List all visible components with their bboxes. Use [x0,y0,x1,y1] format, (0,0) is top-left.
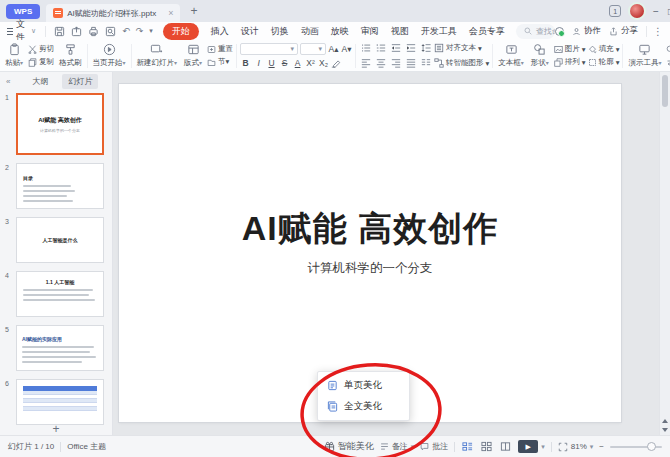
document-tab[interactable]: AI赋能功能介绍样张.pptx × [46,4,180,22]
paste-button[interactable]: 粘贴▾ [3,43,25,68]
slide-subtitle[interactable]: 计算机科学的一个分支 [119,260,621,277]
tab-developer[interactable]: 开发工具 [421,25,457,38]
shapes-button[interactable]: 形状▾ [529,43,551,68]
single-page-beautify-item[interactable]: 单页美化 [318,375,409,396]
outline-button[interactable]: 轮廓▾ [588,57,620,67]
reset-button[interactable]: 重置 [207,44,233,54]
new-tab-button[interactable]: + [190,4,197,18]
workspace-badge[interactable]: 1 [609,5,621,17]
zoom-slider[interactable] [610,446,662,448]
share-button[interactable]: 分享 [609,25,638,37]
numbering-icon[interactable] [374,42,387,54]
tab-outline[interactable]: 大纲 [32,76,48,87]
decrease-indent-icon[interactable] [389,42,402,54]
qat-more-icon[interactable]: ▾ [149,27,153,35]
align-text-button[interactable]: 对齐文本▾ [434,43,482,53]
slide-sorter-view-icon[interactable] [480,441,493,453]
save-icon[interactable] [54,26,65,37]
underline-button[interactable]: U [266,58,277,68]
slide-title[interactable]: AI赋能 高效创作 [119,206,621,252]
previous-slide-icon[interactable] [662,419,668,423]
preview-icon[interactable] [105,26,116,37]
shrink-font-button[interactable]: A▾ [341,44,352,54]
tab-home[interactable]: 开始 [163,23,199,40]
presentation-tools-button[interactable]: 演示工具▾ [626,43,663,68]
bold-button[interactable]: B [240,58,251,68]
justify-icon[interactable] [404,57,417,69]
arrange-button[interactable]: 排列▾ [554,57,586,67]
slide-thumbnail-6[interactable]: 6 [0,379,112,425]
columns-icon[interactable] [419,57,432,69]
smart-beautify-button[interactable]: 智能美化 [324,440,374,453]
new-slide-button[interactable]: 新建幻灯片▾ [135,43,180,68]
font-name-select[interactable]: ▾ [240,43,298,55]
convert-smartart-button[interactable]: 转智能图形▾ [434,58,489,68]
tab-animation[interactable]: 动画 [301,25,319,38]
zoom-out-button[interactable]: − [599,442,604,451]
subscript-button[interactable]: X₂ [318,58,329,68]
align-center-icon[interactable] [374,57,387,69]
tab-slides[interactable]: 幻灯片 [62,74,98,89]
clear-format-icon[interactable] [331,58,341,68]
more-options-icon[interactable]: ⋮ [646,26,663,37]
slide-thumbnail-2[interactable]: 2 目录 [0,163,112,209]
slide-thumbnail-5[interactable]: 5 AI赋能的实际应用 [0,325,112,371]
grow-font-button[interactable]: A▴ [328,44,339,54]
minimize-button[interactable]: − [653,6,659,17]
font-color-button[interactable]: A [292,58,303,68]
slide-thumbnail-4[interactable]: 4 1.1 人工智能 [0,271,112,317]
font-size-select[interactable]: ▾ [300,43,326,55]
copy-button[interactable]: 复制 [28,57,54,67]
slide-thumbnail-1[interactable]: 1 AI赋能 高效创作 计算机科学的一个分支 [0,93,112,155]
italic-button[interactable]: I [253,58,264,68]
notes-button[interactable]: 备注▾ [380,441,415,452]
theme-name[interactable]: Office 主题 [67,441,106,452]
tab-design[interactable]: 设计 [241,25,259,38]
picture-button[interactable]: 图片▾ [554,44,586,54]
align-left-icon[interactable] [359,57,372,69]
tab-member[interactable]: 会员专享 [469,25,505,38]
redo-icon[interactable]: ↷ [136,26,144,36]
normal-view-icon[interactable] [461,441,474,453]
close-tab-icon[interactable]: × [168,8,173,18]
align-right-icon[interactable] [389,57,402,69]
play-from-current-button[interactable]: 当页开始▾ [91,43,128,68]
increase-indent-icon[interactable] [404,42,417,54]
add-slide-button[interactable]: + [0,424,112,434]
fill-button[interactable]: 填充▾ [588,44,620,54]
tab-slideshow[interactable]: 放映 [331,25,349,38]
command-search-input[interactable]: 查找命令、搜索模板 [516,24,555,39]
section-button[interactable]: 节▾ [207,57,233,67]
tab-insert[interactable]: 插入 [211,25,229,38]
find-button[interactable]: 查找 [666,44,670,54]
text-box-button[interactable]: 文本框▾ [496,43,526,68]
scrollbar-thumb[interactable] [662,75,668,107]
reading-view-icon[interactable] [499,441,512,453]
tab-review[interactable]: 审阅 [361,25,379,38]
tab-view[interactable]: 视图 [391,25,409,38]
play-slideshow-button[interactable]: ▶ ▾ [518,440,545,453]
export-icon[interactable] [71,26,82,37]
format-painter-button[interactable]: 格式刷 [57,43,84,68]
cloud-sync-icon[interactable] [555,27,564,36]
layout-button[interactable]: 版式▾ [182,43,204,68]
bullets-icon[interactable] [359,42,372,54]
collaborate-button[interactable]: 协作 [572,25,601,37]
cut-button[interactable]: 剪切 [28,44,54,54]
superscript-button[interactable]: X² [305,58,316,68]
collapse-panel-icon[interactable]: « [6,77,10,86]
avatar[interactable] [630,4,644,18]
tab-transition[interactable]: 切换 [271,25,289,38]
strikethrough-button[interactable]: S [279,58,290,68]
print-icon[interactable] [88,26,99,37]
replace-button[interactable]: 替换▾ [666,57,670,67]
wps-home-button[interactable]: WPS [6,4,40,19]
full-doc-beautify-item[interactable]: 全文美化 [318,396,409,417]
slide-thumbnail-3[interactable]: 3 人工智能是什么 [0,217,112,263]
fit-zoom-button[interactable]: 81% ▾ [558,442,594,452]
zoom-slider-knob[interactable] [647,442,656,451]
undo-icon[interactable]: ↶ [122,26,130,36]
line-spacing-icon[interactable] [419,42,432,54]
vertical-scrollbar[interactable] [659,72,670,435]
comments-button[interactable]: 批注 [420,441,448,452]
